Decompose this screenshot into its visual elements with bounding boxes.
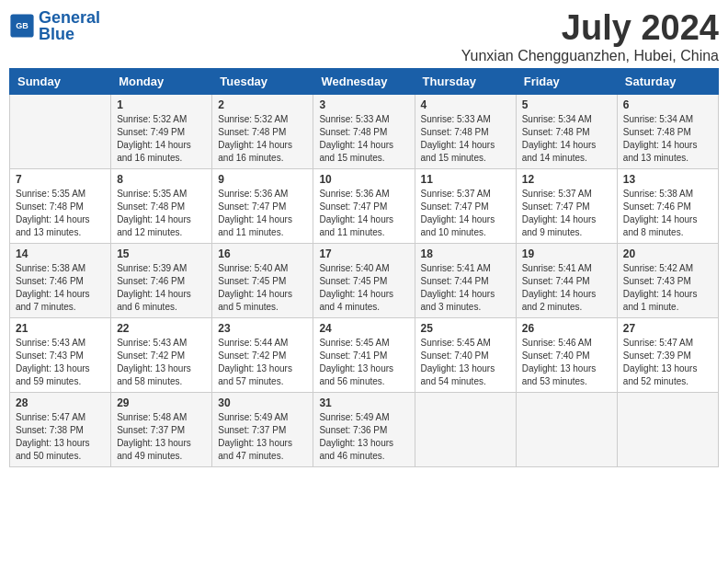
day-info: Sunrise: 5:47 AM Sunset: 7:38 PM Dayligh…: [16, 411, 105, 463]
day-cell: 27Sunrise: 5:47 AM Sunset: 7:39 PM Dayli…: [617, 317, 718, 392]
weekday-header-sunday: Sunday: [10, 68, 111, 94]
day-info: Sunrise: 5:49 AM Sunset: 7:36 PM Dayligh…: [319, 411, 408, 463]
day-number: 6: [623, 98, 712, 111]
day-info: Sunrise: 5:45 AM Sunset: 7:40 PM Dayligh…: [421, 337, 510, 388]
day-cell: 14Sunrise: 5:38 AM Sunset: 7:46 PM Dayli…: [10, 243, 111, 317]
day-cell: 6Sunrise: 5:34 AM Sunset: 7:48 PM Daylig…: [617, 94, 718, 168]
day-number: 5: [522, 98, 611, 111]
day-number: 27: [623, 322, 712, 335]
day-number: 3: [319, 98, 408, 111]
day-cell: 25Sunrise: 5:45 AM Sunset: 7:40 PM Dayli…: [415, 317, 516, 392]
day-info: Sunrise: 5:35 AM Sunset: 7:48 PM Dayligh…: [117, 188, 206, 239]
day-number: 7: [16, 173, 105, 186]
day-number: 22: [117, 322, 206, 335]
day-info: Sunrise: 5:36 AM Sunset: 7:47 PM Dayligh…: [319, 188, 408, 239]
day-number: 18: [421, 247, 510, 260]
month-title: July 2024: [461, 9, 719, 48]
weekday-header-tuesday: Tuesday: [212, 68, 313, 94]
day-cell: 17Sunrise: 5:40 AM Sunset: 7:45 PM Dayli…: [313, 243, 415, 317]
day-cell: 22Sunrise: 5:43 AM Sunset: 7:42 PM Dayli…: [111, 317, 212, 392]
day-info: Sunrise: 5:46 AM Sunset: 7:40 PM Dayligh…: [522, 337, 611, 388]
day-info: Sunrise: 5:37 AM Sunset: 7:47 PM Dayligh…: [421, 188, 510, 239]
day-cell: 11Sunrise: 5:37 AM Sunset: 7:47 PM Dayli…: [415, 168, 516, 243]
day-cell: 24Sunrise: 5:45 AM Sunset: 7:41 PM Dayli…: [313, 317, 415, 392]
day-info: Sunrise: 5:33 AM Sunset: 7:48 PM Dayligh…: [421, 113, 510, 165]
day-number: 2: [218, 98, 307, 111]
day-info: Sunrise: 5:49 AM Sunset: 7:37 PM Dayligh…: [218, 411, 307, 463]
day-info: Sunrise: 5:45 AM Sunset: 7:41 PM Dayligh…: [319, 337, 408, 388]
day-info: Sunrise: 5:48 AM Sunset: 7:37 PM Dayligh…: [117, 411, 206, 463]
week-row-4: 21Sunrise: 5:43 AM Sunset: 7:43 PM Dayli…: [10, 317, 719, 392]
day-number: 12: [522, 173, 611, 186]
day-cell: 16Sunrise: 5:40 AM Sunset: 7:45 PM Dayli…: [212, 243, 313, 317]
day-info: Sunrise: 5:40 AM Sunset: 7:45 PM Dayligh…: [319, 262, 408, 314]
day-number: 19: [522, 247, 611, 260]
logo: GB General Blue: [9, 9, 100, 42]
day-number: 20: [623, 247, 712, 260]
day-info: Sunrise: 5:36 AM Sunset: 7:47 PM Dayligh…: [218, 188, 307, 239]
day-cell: 1Sunrise: 5:32 AM Sunset: 7:49 PM Daylig…: [111, 94, 212, 168]
day-cell: 4Sunrise: 5:33 AM Sunset: 7:48 PM Daylig…: [415, 94, 516, 168]
day-info: Sunrise: 5:34 AM Sunset: 7:48 PM Dayligh…: [623, 113, 712, 165]
day-info: Sunrise: 5:42 AM Sunset: 7:43 PM Dayligh…: [623, 262, 712, 314]
logo-text: General Blue: [39, 9, 100, 42]
day-cell: 7Sunrise: 5:35 AM Sunset: 7:48 PM Daylig…: [10, 168, 111, 243]
day-cell: 9Sunrise: 5:36 AM Sunset: 7:47 PM Daylig…: [212, 168, 313, 243]
day-number: 24: [319, 322, 408, 335]
day-info: Sunrise: 5:40 AM Sunset: 7:45 PM Dayligh…: [218, 262, 307, 314]
day-cell: 19Sunrise: 5:41 AM Sunset: 7:44 PM Dayli…: [516, 243, 617, 317]
day-number: 10: [319, 173, 408, 186]
week-row-3: 14Sunrise: 5:38 AM Sunset: 7:46 PM Dayli…: [10, 243, 719, 317]
header: GB General Blue July 2024 Yunxian Chengg…: [9, 9, 719, 64]
day-cell: 23Sunrise: 5:44 AM Sunset: 7:42 PM Dayli…: [212, 317, 313, 392]
day-cell: 2Sunrise: 5:32 AM Sunset: 7:48 PM Daylig…: [212, 94, 313, 168]
day-cell: 20Sunrise: 5:42 AM Sunset: 7:43 PM Dayli…: [617, 243, 718, 317]
day-number: 1: [117, 98, 206, 111]
day-number: 26: [522, 322, 611, 335]
day-number: 29: [117, 396, 206, 409]
day-number: 30: [218, 396, 307, 409]
day-cell: 18Sunrise: 5:41 AM Sunset: 7:44 PM Dayli…: [415, 243, 516, 317]
day-info: Sunrise: 5:47 AM Sunset: 7:39 PM Dayligh…: [623, 337, 712, 388]
location-title: Yunxian Chengguanzhen, Hubei, China: [461, 48, 719, 64]
day-cell: [516, 392, 617, 466]
day-number: 9: [218, 173, 307, 186]
week-row-1: 1Sunrise: 5:32 AM Sunset: 7:49 PM Daylig…: [10, 94, 719, 168]
day-cell: 13Sunrise: 5:38 AM Sunset: 7:46 PM Dayli…: [617, 168, 718, 243]
day-number: 23: [218, 322, 307, 335]
week-row-5: 28Sunrise: 5:47 AM Sunset: 7:38 PM Dayli…: [10, 392, 719, 466]
day-info: Sunrise: 5:34 AM Sunset: 7:48 PM Dayligh…: [522, 113, 611, 165]
day-info: Sunrise: 5:35 AM Sunset: 7:48 PM Dayligh…: [16, 188, 105, 239]
day-cell: 29Sunrise: 5:48 AM Sunset: 7:37 PM Dayli…: [111, 392, 212, 466]
day-info: Sunrise: 5:44 AM Sunset: 7:42 PM Dayligh…: [218, 337, 307, 388]
day-number: 14: [16, 247, 105, 260]
day-number: 28: [16, 396, 105, 409]
day-cell: 12Sunrise: 5:37 AM Sunset: 7:47 PM Dayli…: [516, 168, 617, 243]
weekday-header-monday: Monday: [111, 68, 212, 94]
logo-icon: GB: [9, 13, 35, 39]
day-number: 11: [421, 173, 510, 186]
day-info: Sunrise: 5:37 AM Sunset: 7:47 PM Dayligh…: [522, 188, 611, 239]
day-number: 15: [117, 247, 206, 260]
day-number: 31: [319, 396, 408, 409]
day-info: Sunrise: 5:43 AM Sunset: 7:43 PM Dayligh…: [16, 337, 105, 388]
day-number: 4: [421, 98, 510, 111]
day-cell: 5Sunrise: 5:34 AM Sunset: 7:48 PM Daylig…: [516, 94, 617, 168]
day-info: Sunrise: 5:38 AM Sunset: 7:46 PM Dayligh…: [623, 188, 712, 239]
day-info: Sunrise: 5:32 AM Sunset: 7:49 PM Dayligh…: [117, 113, 206, 165]
day-number: 17: [319, 247, 408, 260]
title-area: July 2024 Yunxian Chengguanzhen, Hubei, …: [461, 9, 719, 64]
weekday-header-saturday: Saturday: [617, 68, 718, 94]
day-info: Sunrise: 5:38 AM Sunset: 7:46 PM Dayligh…: [16, 262, 105, 314]
day-number: 13: [623, 173, 712, 186]
day-number: 16: [218, 247, 307, 260]
day-cell: [617, 392, 718, 466]
svg-text:GB: GB: [16, 21, 28, 30]
day-number: 8: [117, 173, 206, 186]
weekday-header-thursday: Thursday: [415, 68, 516, 94]
day-number: 25: [421, 322, 510, 335]
day-cell: [10, 94, 111, 168]
day-info: Sunrise: 5:39 AM Sunset: 7:46 PM Dayligh…: [117, 262, 206, 314]
day-cell: [415, 392, 516, 466]
weekday-header-friday: Friday: [516, 68, 617, 94]
